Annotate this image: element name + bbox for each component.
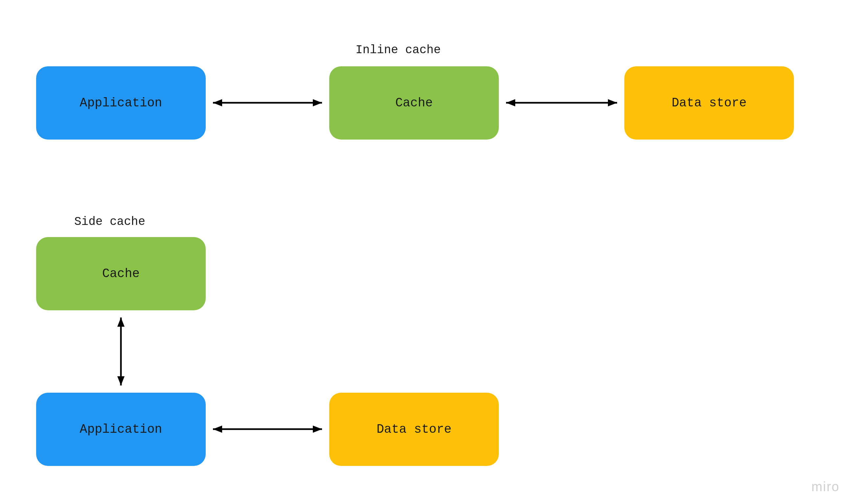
inline-cache-title: Inline cache (355, 43, 441, 57)
inline-cache-label: Cache (395, 96, 433, 110)
svg-marker-1 (213, 99, 222, 106)
svg-marker-4 (506, 99, 515, 106)
svg-marker-5 (608, 99, 617, 106)
svg-marker-10 (213, 426, 222, 433)
arrow-inline-app-cache (213, 99, 322, 106)
side-cache-node[interactable]: Cache (36, 237, 206, 310)
side-datastore-node[interactable]: Data store (329, 393, 499, 466)
svg-marker-11 (313, 426, 322, 433)
diagram-canvas: Inline cache Application Cache Data stor… (0, 0, 856, 504)
side-application-node[interactable]: Application (36, 393, 206, 466)
side-datastore-label: Data store (377, 422, 452, 436)
inline-application-node[interactable]: Application (36, 66, 206, 140)
arrow-side-cache-app (117, 318, 124, 385)
arrow-side-app-datastore (213, 426, 322, 433)
inline-cache-node[interactable]: Cache (329, 66, 499, 140)
inline-application-label: Application (80, 96, 162, 110)
svg-marker-8 (117, 376, 124, 385)
side-application-label: Application (80, 422, 162, 436)
svg-marker-7 (117, 318, 124, 327)
miro-watermark: miro (811, 479, 840, 494)
side-cache-label: Cache (102, 267, 140, 281)
inline-datastore-node[interactable]: Data store (624, 66, 794, 140)
side-cache-title: Side cache (74, 215, 145, 229)
svg-marker-2 (313, 99, 322, 106)
arrow-inline-cache-datastore (506, 99, 617, 106)
inline-datastore-label: Data store (672, 96, 747, 110)
